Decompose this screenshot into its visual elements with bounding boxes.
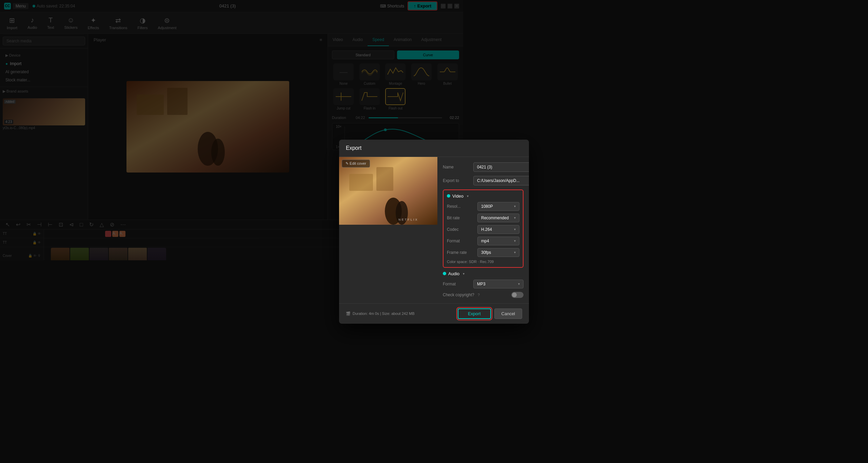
export-dialog: Export	[339, 140, 463, 261]
name-label: Name	[443, 165, 463, 169]
svg-text:NETFLIX: NETFLIX	[398, 218, 418, 221]
codec-label: Codec	[447, 227, 463, 232]
svg-rect-11	[376, 167, 393, 191]
bitrate-label: Bit rate	[447, 216, 463, 220]
codec-row: Codec H.264 ▾	[447, 225, 463, 234]
bitrate-row: Bit rate Recommended ▾	[447, 214, 463, 222]
video-section-toggle[interactable]: Video ▾	[447, 194, 463, 199]
video-dot	[447, 194, 450, 198]
format-row: Format mp4 ▾	[447, 237, 463, 245]
resolution-label: Resol...	[447, 204, 463, 209]
edit-cover-button[interactable]: ✎ Edit cover	[342, 160, 370, 167]
dialog-header: Export	[339, 140, 463, 157]
color-space-text: Color space: SDR · Rec.709	[447, 260, 463, 261]
dialog-body: NETFLIX ✎ Edit cover Name Export to 📁	[339, 157, 463, 261]
framerate-row: Frame rate 30fps ▾	[447, 248, 463, 257]
video-section-title: Video	[452, 194, 463, 199]
export-to-row: Export to 📁	[443, 176, 463, 185]
dialog-form: Name Export to 📁 Video ▾	[437, 157, 463, 261]
format-label: Format	[447, 239, 463, 243]
export-dialog-overlay: Export	[0, 0, 463, 260]
name-row: Name	[443, 162, 463, 172]
resolution-row: Resol... 1080P ▾	[447, 202, 463, 211]
svg-rect-10	[349, 174, 373, 191]
video-section: Video ▾ Resol... 1080P ▾ Bit rate Recom	[443, 189, 463, 261]
framerate-label: Frame rate	[447, 250, 463, 255]
preview-image: NETFLIX ✎ Edit cover	[339, 157, 437, 225]
dialog-preview: NETFLIX ✎ Edit cover	[339, 157, 437, 261]
export-to-label: Export to	[443, 178, 463, 183]
